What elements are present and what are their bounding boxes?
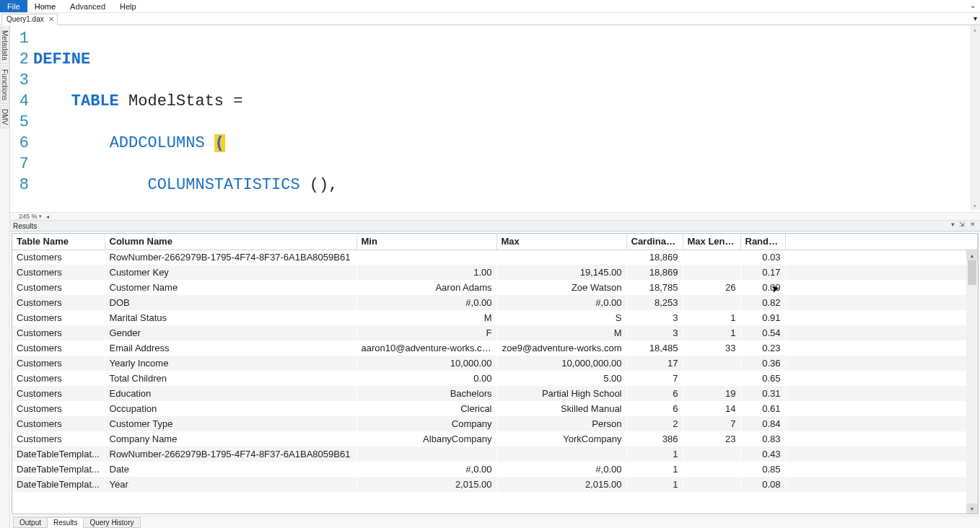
table-row[interactable]: CustomersEmail Addressaaron10@adventure-…: [12, 340, 978, 356]
col-header-random[interactable]: Random: [740, 234, 785, 250]
code-editor[interactable]: 12345678 DEFINE TABLE ModelStats = ADDCO…: [10, 25, 980, 212]
table-row[interactable]: CustomersGenderFM310.54: [12, 325, 978, 340]
col-header-table-name[interactable]: Table Name: [12, 234, 105, 250]
ribbon-collapse-icon[interactable]: ⌄: [970, 1, 976, 9]
scroll-down-arrow-icon[interactable]: ▾: [970, 201, 980, 210]
col-header-column-name[interactable]: Column Name: [105, 234, 356, 250]
table-row[interactable]: DateTableTemplat...Year2,015.002,015.001…: [12, 477, 978, 492]
code-editor-pane: 12345678 DEFINE TABLE ModelStats = ADDCO…: [10, 25, 980, 221]
bottom-tab-history[interactable]: Query History: [83, 517, 140, 528]
document-tab-strip: Query1.dax ✕ ▾: [0, 13, 980, 25]
editor-status-bar: 245 % ▾ ◂: [10, 212, 980, 220]
col-header-min[interactable]: Min: [356, 234, 496, 250]
results-header-row: Table Name Column Name Min Max Cardinali…: [12, 234, 978, 250]
table-row[interactable]: CustomersOccupationClericalSkilled Manua…: [12, 401, 978, 416]
side-tab-functions[interactable]: Functions: [0, 66, 9, 104]
table-row[interactable]: CustomersCustomer NameAaron AdamsZoe Wat…: [12, 280, 978, 295]
code-content[interactable]: DEFINE TABLE ModelStats = ADDCOLUMNS ( C…: [33, 25, 980, 212]
scroll-up-arrow-icon[interactable]: ▴: [966, 250, 978, 260]
table-row[interactable]: CustomersDOB#,0.00#,0.008,2530.82: [12, 295, 978, 310]
scrollbar-thumb[interactable]: [968, 260, 976, 285]
close-tab-icon[interactable]: ✕: [48, 15, 54, 23]
scroll-down-arrow-icon[interactable]: ▾: [966, 503, 978, 514]
menu-help[interactable]: Help: [113, 0, 144, 12]
tab-overflow-icon[interactable]: ▾: [974, 14, 977, 22]
results-pane-title: Results: [13, 222, 37, 230]
table-row[interactable]: DateTableTemplat...Date#,0.00#,0.0010.85: [12, 462, 978, 477]
bottom-tab-results[interactable]: Results: [47, 517, 84, 528]
pane-controls[interactable]: ▾ ⇲ ✕: [951, 221, 977, 228]
col-header-max-length[interactable]: Max Length: [683, 234, 740, 250]
document-tab[interactable]: Query1.dax ✕: [1, 14, 58, 25]
menu-file[interactable]: File: [0, 0, 27, 12]
grid-vertical-scrollbar[interactable]: ▴ ▾: [966, 250, 978, 514]
scroll-left-arrow-icon[interactable]: ◂: [46, 214, 49, 220]
results-pane-header: Results ▾ ⇲ ✕: [10, 221, 980, 232]
table-row[interactable]: CustomersCustomer Key1.0019,145.0018,869…: [12, 265, 978, 280]
document-tab-label: Query1.dax: [6, 15, 44, 23]
menu-home[interactable]: Home: [27, 0, 63, 12]
menu-advanced[interactable]: Advanced: [63, 0, 113, 12]
editor-vertical-scrollbar[interactable]: ▴ ▾: [970, 25, 980, 210]
col-header-cardinality[interactable]: Cardinality: [626, 234, 683, 250]
table-row[interactable]: CustomersCustomer TypeCompanyPerson270.8…: [12, 416, 978, 431]
table-row[interactable]: CustomersCompany NameAlbanyCompanyYorkCo…: [12, 431, 978, 446]
zoom-dropdown-icon[interactable]: ▾: [39, 214, 42, 219]
col-header-max[interactable]: Max: [496, 234, 626, 250]
results-grid[interactable]: Table Name Column Name Min Max Cardinali…: [12, 234, 978, 514]
table-row[interactable]: CustomersYearly Income10,000.0010,000,00…: [12, 356, 978, 371]
table-row[interactable]: CustomersRowNumber-2662979B-1795-4F74-8F…: [12, 250, 978, 265]
side-dock: Metadata Functions DMV: [0, 25, 10, 528]
scroll-up-arrow-icon[interactable]: ▴: [970, 25, 980, 34]
line-number-gutter: 12345678: [10, 25, 33, 212]
table-row[interactable]: CustomersTotal Children0.005.0070.65: [12, 371, 978, 386]
menu-bar: File Home Advanced Help ⌄: [0, 0, 980, 13]
table-row[interactable]: CustomersMarital StatusMS310.91: [12, 310, 978, 325]
results-pane: Results ▾ ⇲ ✕ Table Name: [10, 221, 980, 516]
side-tab-metadata[interactable]: Metadata: [0, 27, 9, 64]
bottom-tab-strip: Output Results Query History: [10, 516, 980, 528]
table-row[interactable]: DateTableTemplat...RowNumber-2662979B-17…: [12, 446, 978, 462]
zoom-level[interactable]: 245 % ▾: [19, 213, 42, 220]
table-row[interactable]: CustomersEducationBachelorsPartial High …: [12, 386, 978, 401]
side-tab-dmv[interactable]: DMV: [0, 105, 9, 128]
bottom-tab-output[interactable]: Output: [13, 517, 48, 528]
